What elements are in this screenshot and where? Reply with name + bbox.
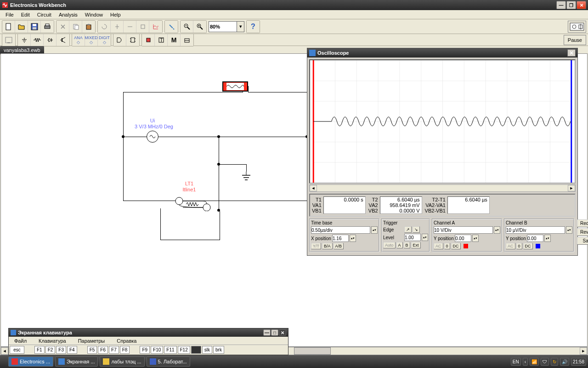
channel-a-ypos-input[interactable]: [455, 235, 471, 242]
control-button[interactable]: T: [155, 34, 168, 46]
analog-bin-button[interactable]: ANA◇: [72, 34, 85, 46]
osk-key-f3[interactable]: F3: [56, 346, 66, 354]
osk-menu-params[interactable]: Параметры: [74, 337, 109, 345]
instruments-button[interactable]: [181, 34, 193, 46]
osk-key-f10[interactable]: F10: [151, 346, 163, 354]
misc-button[interactable]: M: [168, 34, 181, 46]
channel-a-div-input[interactable]: [434, 226, 493, 234]
cut-button[interactable]: [57, 21, 69, 33]
transistor-button[interactable]: [57, 34, 69, 46]
oscilloscope-title-bar[interactable]: Oscilloscope: [307, 48, 577, 58]
timebase-xpos-spin[interactable]: ▴▾: [350, 235, 356, 242]
osk-key-esc[interactable]: esc: [10, 346, 24, 354]
menu-window[interactable]: Window: [81, 11, 107, 18]
flip-h-button[interactable]: [111, 21, 124, 33]
channel-b-color-swatch[interactable]: [536, 244, 540, 248]
channel-b-zero-button[interactable]: 0: [516, 243, 522, 249]
digital-bin-button[interactable]: DIGIT◇: [98, 34, 111, 46]
osk-key-brk[interactable]: brk: [213, 346, 224, 354]
osk-maximize-button[interactable]: □: [271, 329, 278, 336]
timebase-xpos-input[interactable]: [332, 235, 349, 242]
new-button[interactable]: [2, 21, 15, 33]
timebase-yt-button[interactable]: Y/T: [311, 243, 321, 249]
activate-button[interactable]: [568, 21, 586, 33]
resistor-button[interactable]: [31, 34, 44, 46]
channel-b-div-input[interactable]: [506, 226, 565, 234]
channel-a-zero-button[interactable]: 0: [444, 243, 450, 249]
osc-save-button[interactable]: Save: [577, 237, 588, 245]
osk-key-f11[interactable]: F11: [164, 346, 176, 354]
osk-minimize-button[interactable]: —: [263, 329, 271, 336]
osk-key-f2[interactable]: F2: [45, 346, 56, 354]
trigger-level-spin[interactable]: ▴▾: [422, 234, 428, 241]
gate-button[interactable]: [113, 34, 126, 46]
timebase-ab-button[interactable]: A/B: [334, 243, 344, 249]
osk-menu-keyboard[interactable]: Клавиатура: [35, 337, 70, 345]
osk-key-f4[interactable]: F4: [67, 346, 77, 354]
trigger-a-button[interactable]: A: [396, 242, 403, 248]
reverse-button[interactable]: Reverse: [577, 228, 588, 236]
trigger-rising-button[interactable]: ↗: [404, 226, 412, 233]
osk-menu-help[interactable]: Справка: [113, 337, 140, 345]
menu-analysis[interactable]: Analysis: [55, 11, 81, 18]
channel-a-ac-button[interactable]: AC: [434, 243, 443, 249]
transmission-line-component[interactable]: [175, 196, 211, 211]
zoom-out-button[interactable]: [181, 21, 193, 33]
menu-edit[interactable]: Edit: [17, 11, 34, 18]
osk-key-f6[interactable]: F6: [98, 346, 108, 354]
pause-button[interactable]: Pause: [564, 35, 586, 45]
save-button[interactable]: [28, 21, 41, 33]
scroll-left-arrow[interactable]: ◄: [1, 347, 8, 355]
reduce-button[interactable]: Reduce: [577, 219, 588, 227]
osk-key-f12[interactable]: F12: [178, 346, 190, 354]
trigger-level-input[interactable]: [404, 234, 421, 241]
zoom-dropdown[interactable]: ▾: [237, 22, 244, 32]
oscilloscope-instrument-icon[interactable]: [222, 81, 248, 92]
osk-key-psc[interactable]: [191, 346, 201, 354]
minimize-button[interactable]: —: [556, 1, 566, 9]
osk-key-slk[interactable]: slk: [202, 346, 212, 354]
diode-button[interactable]: [44, 34, 57, 46]
ic-button[interactable]: [126, 34, 139, 46]
trigger-ext-button[interactable]: Ext: [411, 242, 421, 248]
restore-button[interactable]: ❐: [566, 1, 576, 9]
ground-symbol[interactable]: [241, 172, 252, 184]
channel-b-ypos-input[interactable]: [527, 235, 543, 242]
timebase-ba-button[interactable]: B/A: [322, 243, 333, 249]
channel-a-div-spin[interactable]: ▴▾: [494, 226, 500, 234]
zoom-in-button[interactable]: [193, 21, 206, 33]
paste-button[interactable]: [82, 21, 95, 33]
zoom-input[interactable]: [209, 22, 237, 32]
channel-a-ypos-spin[interactable]: ▴▾: [472, 235, 479, 242]
timebase-div-input[interactable]: [311, 226, 370, 234]
sources-bin-button[interactable]: [2, 34, 15, 46]
channel-b-dc-button[interactable]: DC: [523, 243, 533, 249]
timebase-div-spin[interactable]: ▴▾: [371, 226, 378, 234]
properties-button[interactable]: [165, 21, 178, 33]
oscilloscope-display[interactable]: [309, 59, 576, 184]
osc-scroll-right[interactable]: ►: [568, 185, 575, 191]
channel-a-dc-button[interactable]: DC: [451, 243, 461, 249]
scroll-right-arrow[interactable]: ►: [580, 347, 587, 355]
oscilloscope-close-button[interactable]: [567, 49, 576, 57]
osk-key-f1[interactable]: F1: [34, 346, 45, 354]
menu-help[interactable]: Help: [107, 11, 124, 18]
osk-key-f9[interactable]: F9: [140, 346, 150, 354]
trigger-auto-button[interactable]: Auto: [383, 242, 396, 248]
menu-file[interactable]: File: [2, 11, 17, 18]
rotate-button[interactable]: [98, 21, 111, 33]
osk-key-f7[interactable]: F7: [109, 346, 119, 354]
osk-menu-file[interactable]: Файл: [11, 337, 30, 345]
osk-title-bar[interactable]: Экранная клавиатура — □ ✕: [9, 328, 288, 337]
osc-scroll-left[interactable]: ◄: [310, 185, 317, 191]
channel-b-ac-button[interactable]: AC: [506, 243, 515, 249]
ac-source-component[interactable]: [147, 131, 158, 143]
osk-close-button[interactable]: ✕: [279, 329, 286, 336]
help-button[interactable]: ?: [247, 21, 260, 33]
osk-key-f8[interactable]: F8: [120, 346, 130, 354]
graph-button[interactable]: [149, 21, 162, 33]
channel-a-color-swatch[interactable]: [464, 244, 468, 248]
print-button[interactable]: [41, 21, 54, 33]
oscilloscope-h-scrollbar[interactable]: ◄ ►: [309, 184, 576, 192]
trigger-b-button[interactable]: B: [404, 242, 410, 248]
